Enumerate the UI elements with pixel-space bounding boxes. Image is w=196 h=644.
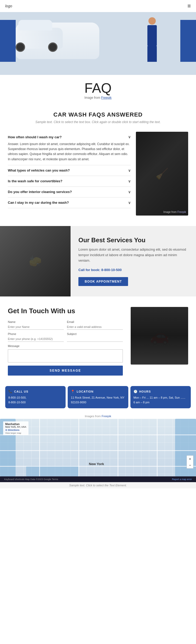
images-credit: Images from Freepik (0, 412, 196, 419)
faq-item-3: Is the wash safe for convertibles? ∨ (8, 176, 131, 187)
faqs-right-column: 🧹 Image from Freepik (136, 132, 188, 216)
worker-body (147, 25, 157, 46)
faqs-heading: CAR WASH FAQS ANSWERED (8, 111, 188, 118)
contact-car-image (131, 307, 188, 365)
contact-section: Get In Touch With us Name Email Phone Su… (0, 296, 196, 386)
faqs-freepik-link[interactable]: Freepik (177, 211, 186, 213)
map-directions: ⊙ Directions (5, 429, 26, 431)
location-content: 11 Rock Street, 21 Avenue, New York, NY9… (71, 395, 125, 405)
map-background: Manhattan New York, NY, USA ⊙ Directions… (0, 419, 196, 476)
faq-chevron-5: ∨ (128, 201, 131, 205)
map-road-v4 (157, 419, 158, 476)
faq-question-4[interactable]: Do you offer interior cleaning services?… (8, 190, 131, 194)
hours-content: Mon – Fri ... 11 am – 8 pm, Sat, Sun ...… (134, 395, 188, 405)
form-group-subject: Subject (67, 332, 123, 342)
map-road-h3 (0, 466, 196, 467)
message-textarea[interactable] (8, 349, 123, 362)
hero-image (0, 12, 196, 75)
hero-freepik-link[interactable]: Freepik (101, 96, 112, 100)
map-zoom-in-button[interactable]: + (187, 456, 193, 462)
email-input[interactable] (67, 324, 123, 330)
map-water-3 (26, 466, 78, 476)
send-message-button[interactable]: SEND MESSAGE (8, 366, 123, 376)
faq-item-5: Can I stay in my car during the wash? ∨ (8, 197, 131, 208)
faq-question-5[interactable]: Can I stay in my car during the wash? ∨ (8, 201, 131, 205)
hamburger-menu-icon[interactable]: ≡ (187, 3, 191, 9)
car-illustration (10, 28, 63, 49)
clock-icon: 🕐 (134, 390, 138, 393)
subject-input[interactable] (67, 336, 123, 342)
faq-question-2-text: What types of vehicles can you wash? (8, 168, 70, 172)
map-zoom-out-button[interactable]: − (187, 462, 193, 468)
bottom-sample-text: Sample text. Click to select the Text El… (0, 482, 196, 488)
hours-title: 🕐 HOURS (134, 390, 188, 393)
call-us-content: 8-800-10-500,8-800-10-500 (8, 395, 62, 405)
faq-question-2[interactable]: What types of vehicles can you wash? ∨ (8, 168, 131, 173)
map-section: Manhattan New York, NY, USA ⊙ Directions… (0, 419, 196, 476)
faq-main-title: FAQ (5, 80, 191, 96)
services-image: 🧽 (0, 226, 71, 296)
map-road-v2 (78, 419, 79, 476)
map-newyork-label: New York (89, 462, 104, 466)
book-appointment-button[interactable]: BOOK APPOINTMENT (78, 277, 128, 286)
faq-question-1-text: How often should I wash my car? (8, 135, 62, 139)
faqs-image-credit: Image from Freepik (163, 211, 186, 213)
form-row-phone-subject: Phone Subject (8, 332, 123, 342)
contact-car-inner (131, 307, 188, 365)
call-us-title: 📞 CALL US (8, 390, 62, 393)
location-icon: 📍 (71, 390, 75, 393)
map-road-h2 (0, 450, 196, 451)
info-card-call-us: 📞 CALL US 8-800-10-500,8-800-10-500 (5, 386, 66, 408)
faq-question-1[interactable]: How often should I wash my car? ∨ (8, 135, 131, 139)
name-label: Name (8, 320, 64, 323)
info-cards-row: 📞 CALL US 8-800-10-500,8-800-10-500 📍 LO… (0, 386, 196, 412)
faq-item-2: What types of vehicles can you wash? ∨ (8, 165, 131, 176)
phone-input[interactable] (8, 336, 64, 342)
header: logo ≡ (0, 0, 196, 12)
worker-illustration (147, 17, 157, 62)
faqs-subtitle: Sample text. Click to select the text bo… (8, 120, 188, 124)
phone-number[interactable]: 8-800-10-500 (101, 268, 122, 272)
faq-question-4-text: Do you offer interior cleaning services? (8, 190, 72, 194)
map-state: New York, NY, USA (5, 426, 26, 428)
map-target-link[interactable]: View larger map (5, 432, 26, 434)
faq-chevron-4: ∨ (128, 190, 131, 194)
faqs-right-image: 🧹 Image from Freepik (136, 132, 188, 216)
faqs-section: CAR WASH FAQS ANSWERED Sample text. Clic… (0, 101, 196, 226)
services-section: 🧽 Our Best Services You Lorem ipsum dolo… (0, 226, 196, 296)
services-content: Our Best Services You Lorem ipsum dolor … (71, 226, 196, 296)
faq-item-4: Do you offer interior cleaning services?… (8, 187, 131, 197)
phone-icon: 📞 (8, 390, 13, 393)
faq-chevron-2: ∨ (128, 168, 131, 173)
logo: logo (5, 4, 12, 8)
message-label: Message (8, 344, 123, 348)
faq-question-3[interactable]: Is the wash safe for convertibles? ∨ (8, 179, 131, 183)
faq-question-3-text: Is the wash safe for convertibles? (8, 179, 62, 183)
map-manhattan-label[interactable]: Manhattan New York, NY, USA ⊙ Directions… (3, 421, 28, 435)
faq-answer-1: Answer. Lorem ipsum dolor sit amet, cons… (8, 142, 131, 162)
email-label: Email (67, 320, 123, 323)
info-card-hours: 🕐 HOURS Mon – Fri ... 11 am – 8 pm, Sat,… (130, 386, 191, 408)
footer-right-text[interactable]: Report a map error (172, 478, 192, 481)
faq-title-section: FAQ Image from Freepik (0, 75, 196, 101)
images-freepik-link[interactable]: Freepik (102, 415, 111, 418)
hero-section (0, 12, 196, 75)
faq-item-1: How often should I wash my car? ∨ Answer… (8, 132, 131, 165)
map-road-h1 (0, 434, 196, 435)
name-input[interactable] (8, 324, 64, 330)
faq-chevron-3: ∨ (128, 179, 131, 183)
form-group-email: Email (67, 320, 123, 330)
contact-form-area: Get In Touch With us Name Email Phone Su… (8, 307, 123, 376)
info-card-location: 📍 LOCATION 11 Rock Street, 21 Avenue, Ne… (68, 386, 128, 408)
form-group-name: Name (8, 320, 64, 330)
call-label: Call for book: (78, 268, 101, 272)
hero-blue-accent-left (0, 20, 16, 62)
contact-right-image-area (131, 307, 188, 376)
map-road-v1 (39, 419, 40, 476)
map-road-v3 (118, 419, 118, 476)
faq-chevron-1: ∨ (128, 135, 131, 139)
worker-head (148, 17, 156, 25)
worker-legs (147, 46, 157, 62)
map-city: Manhattan (5, 422, 26, 426)
phone-label: Phone (8, 332, 64, 335)
